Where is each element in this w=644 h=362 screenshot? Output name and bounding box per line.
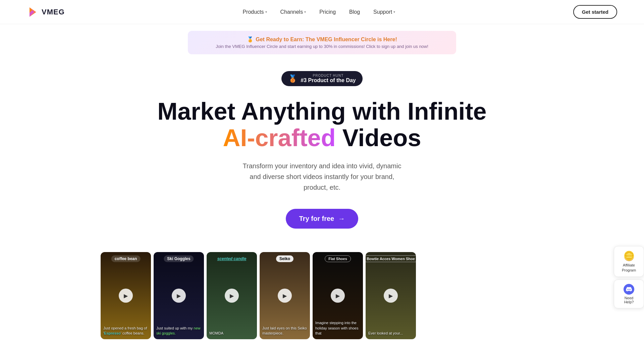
play-button[interactable]: ▶ bbox=[331, 289, 345, 303]
product-hunt-info: PRODUCT HUNT #3 Product of the Day bbox=[301, 74, 356, 83]
hero-subtitle: Transform your inventory and idea into v… bbox=[241, 161, 402, 193]
get-started-button[interactable]: Get started bbox=[573, 5, 617, 19]
video-card-flat-shoes[interactable]: Flat Shoes ▶ Imagine stepping into the h… bbox=[313, 252, 363, 339]
video-card-ski[interactable]: Ski Goggles ▶ Just suited up with my new… bbox=[154, 252, 204, 339]
discord-icon bbox=[624, 284, 634, 295]
discord-text: Need Help? bbox=[618, 296, 640, 304]
medal-icon: 🏅 bbox=[247, 37, 254, 42]
video-card-seiko[interactable]: Seiko ▶ Just laid eyes on this Seiko mas… bbox=[260, 252, 310, 339]
nav-products[interactable]: Products ▾ bbox=[237, 6, 272, 18]
video-gallery: coffee bean ▶ Just opened a fresh bag of… bbox=[0, 252, 644, 339]
product-hunt-rank: #3 Product of the Day bbox=[301, 77, 356, 83]
play-button[interactable]: ▶ bbox=[119, 289, 133, 303]
chevron-down-icon: ▾ bbox=[304, 10, 306, 14]
video-label-flat-shoes: Flat Shoes bbox=[325, 255, 351, 262]
hero-section: 🥉 PRODUCT HUNT #3 Product of the Day Mar… bbox=[0, 61, 644, 235]
play-button[interactable]: ▶ bbox=[278, 289, 292, 303]
discord-widget[interactable]: Need Help? bbox=[614, 280, 644, 308]
play-button[interactable]: ▶ bbox=[384, 289, 398, 303]
side-widgets: 🪙 Affiliate Program Need Help? bbox=[614, 246, 644, 308]
nav-links: Products ▾ Channels ▾ Pricing Blog Suppo… bbox=[237, 6, 400, 18]
chevron-down-icon: ▾ bbox=[265, 10, 267, 14]
affiliate-widget[interactable]: 🪙 Affiliate Program bbox=[614, 246, 644, 277]
nav-blog[interactable]: Blog bbox=[344, 6, 365, 18]
video-card-coffee[interactable]: coffee bean ▶ Just opened a fresh bag of… bbox=[101, 252, 151, 339]
nav-support[interactable]: Support ▾ bbox=[368, 6, 400, 18]
banner-title: 🏅Get Ready to Earn: The VMEG Influencer … bbox=[197, 36, 447, 43]
video-caption-candle: MOMDA bbox=[209, 331, 254, 336]
video-label-candle: scented candle bbox=[214, 255, 250, 262]
play-button[interactable]: ▶ bbox=[172, 289, 186, 303]
chevron-down-icon: ▾ bbox=[393, 10, 395, 14]
influencer-banner[interactable]: 🏅Get Ready to Earn: The VMEG Influencer … bbox=[188, 31, 456, 54]
banner-subtitle: Join the VMEG Influencer Circle and star… bbox=[197, 44, 447, 49]
video-label-seiko: Seiko bbox=[276, 255, 293, 262]
play-button[interactable]: ▶ bbox=[225, 289, 239, 303]
video-label-ski: Ski Goggles bbox=[164, 255, 194, 262]
arrow-right-icon: → bbox=[338, 215, 345, 223]
affiliate-text: Affiliate Program bbox=[618, 263, 640, 273]
medal-emoji: 🥉 bbox=[288, 74, 297, 83]
video-caption-bowtie: Ever looked at your... bbox=[368, 331, 413, 336]
video-card-candle[interactable]: scented candle ▶ MOMDA bbox=[207, 252, 257, 339]
coin-icon: 🪙 bbox=[618, 250, 640, 261]
logo[interactable]: VMEG bbox=[27, 6, 65, 18]
video-card-bowtie[interactable]: Bowtie Acces Women Shoe ▶ Ever looked at… bbox=[366, 252, 416, 339]
nav-pricing[interactable]: Pricing bbox=[314, 6, 341, 18]
navbar: VMEG Products ▾ Channels ▾ Pricing Blog … bbox=[0, 0, 644, 24]
product-hunt-badge[interactable]: 🥉 PRODUCT HUNT #3 Product of the Day bbox=[281, 71, 362, 86]
hero-title: Market Anything with Infinite AI-crafted… bbox=[7, 98, 637, 151]
logo-text: VMEG bbox=[42, 8, 65, 16]
video-caption-ski: Just suited up with my new ski goggles. bbox=[156, 326, 201, 336]
product-hunt-label: PRODUCT HUNT bbox=[301, 74, 356, 77]
nav-channels[interactable]: Channels ▾ bbox=[275, 6, 312, 18]
try-free-button[interactable]: Try for free → bbox=[286, 209, 358, 229]
video-caption-coffee: Just opened a fresh bag of 'Espresso' co… bbox=[103, 326, 148, 336]
video-caption-seiko: Just laid eyes on this Seiko masterpiece… bbox=[262, 326, 307, 336]
video-label-bowtie: Bowtie Acces Women Shoe bbox=[366, 255, 416, 262]
video-caption-flat-shoes: Imagine stepping into the holiday season… bbox=[315, 320, 360, 336]
video-label-coffee: coffee bean bbox=[111, 255, 141, 262]
vmeg-logo-icon bbox=[27, 6, 39, 18]
hero-gradient-text: AI-crafted bbox=[223, 124, 336, 151]
